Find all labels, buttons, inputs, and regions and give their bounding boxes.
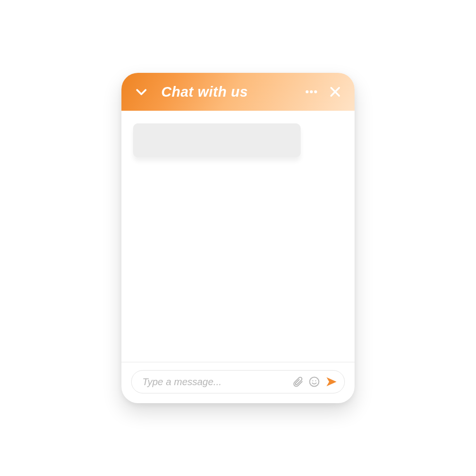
send-icon[interactable] (325, 375, 338, 388)
svg-point-2 (314, 90, 317, 93)
chat-window: Chat with us (121, 73, 355, 403)
chat-header: Chat with us (121, 73, 355, 111)
emoji-icon[interactable] (308, 376, 320, 388)
message-input[interactable] (142, 376, 287, 388)
close-icon[interactable] (328, 85, 342, 99)
chat-body (121, 111, 355, 362)
incoming-message-bubble (133, 123, 301, 157)
svg-point-0 (306, 90, 308, 93)
chevron-down-icon[interactable] (134, 85, 149, 99)
svg-point-6 (312, 380, 313, 381)
message-composer (131, 370, 345, 393)
svg-point-1 (310, 90, 313, 93)
paperclip-icon[interactable] (292, 376, 304, 388)
svg-point-7 (315, 380, 316, 381)
more-options-icon[interactable] (304, 85, 319, 99)
svg-point-5 (310, 377, 319, 387)
chat-title: Chat with us (161, 84, 248, 100)
chat-footer (121, 362, 355, 403)
